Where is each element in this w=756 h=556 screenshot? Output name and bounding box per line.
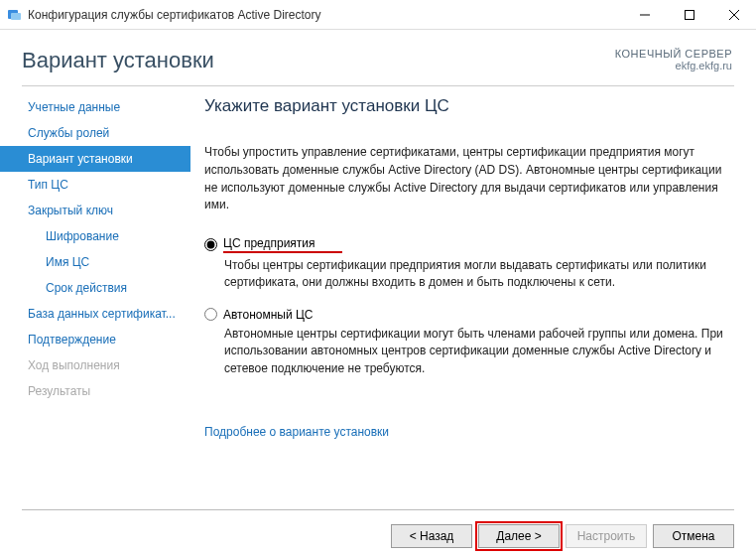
page-header: Вариант установки КОНЕЧНЫЙ СЕРВЕР ekfg.e… (0, 30, 756, 83)
sidebar-item-setup-type[interactable]: Вариант установки (0, 146, 190, 172)
header-right: КОНЕЧНЫЙ СЕРВЕР ekfg.ekfg.ru (615, 48, 732, 73)
sidebar-item-ca-type[interactable]: Тип ЦС (0, 172, 190, 198)
minimize-button[interactable] (622, 0, 667, 30)
sidebar-item-cryptography[interactable]: Шифрование (0, 223, 190, 249)
more-info-row: Подробнее о варианте установки (204, 425, 728, 439)
sidebar-item-credentials[interactable]: Учетные данные (0, 94, 190, 120)
sidebar-item-validity[interactable]: Срок действия (0, 275, 190, 301)
content-title: Укажите вариант установки ЦС (204, 96, 728, 116)
sidebar-item-role-services[interactable]: Службы ролей (0, 120, 190, 146)
svg-rect-1 (11, 13, 21, 20)
sidebar-item-ca-name[interactable]: Имя ЦС (0, 249, 190, 275)
wizard-sidebar: Учетные данные Службы ролей Вариант уста… (0, 86, 190, 503)
close-button[interactable] (711, 0, 756, 30)
svg-rect-3 (685, 10, 693, 19)
content-description: Чтобы упростить управление сертификатами… (204, 144, 728, 214)
option-enterprise-ca: ЦС предприятия Чтобы центры сертификации… (204, 236, 728, 292)
header-role: КОНЕЧНЫЙ СЕРВЕР (615, 48, 732, 60)
sidebar-item-progress: Ход выполнения (0, 352, 190, 378)
option-standalone-ca: Автономный ЦС Автономные центры сертифик… (204, 308, 728, 377)
titlebar-title: Конфигурация службы сертификатов Active … (28, 8, 321, 22)
next-button[interactable]: Далее > (478, 524, 560, 548)
option-enterprise-ca-radio[interactable]: ЦС предприятия (204, 236, 728, 253)
main-area: Учетные данные Службы ролей Вариант уста… (0, 86, 756, 503)
radio-standalone[interactable] (204, 308, 217, 321)
sidebar-item-cert-database[interactable]: База данных сертификат... (0, 301, 190, 327)
sidebar-item-results: Результаты (0, 378, 190, 404)
back-button[interactable]: < Назад (391, 524, 472, 548)
option-enterprise-ca-sub: Чтобы центры сертификации предприятия мо… (224, 257, 728, 292)
more-info-link[interactable]: Подробнее о варианте установки (204, 425, 389, 439)
app-icon (6, 7, 22, 23)
maximize-button[interactable] (667, 0, 711, 30)
option-standalone-ca-label: Автономный ЦС (223, 308, 314, 322)
page-title: Вариант установки (22, 48, 214, 73)
cancel-button[interactable]: Отмена (653, 524, 734, 548)
footer-buttons: < Назад Далее > Настроить Отмена (0, 510, 756, 556)
option-standalone-ca-sub: Автономные центры сертификации могут быт… (224, 326, 728, 377)
header-server: ekfg.ekfg.ru (615, 60, 732, 71)
sidebar-item-confirmation[interactable]: Подтверждение (0, 327, 190, 352)
configure-button: Настроить (566, 524, 647, 548)
titlebar: Конфигурация службы сертификатов Active … (0, 0, 756, 30)
content-area: Укажите вариант установки ЦС Чтобы упрос… (190, 86, 756, 503)
titlebar-left: Конфигурация службы сертификатов Active … (6, 7, 321, 23)
radio-enterprise[interactable] (204, 238, 217, 251)
window-controls (622, 0, 756, 30)
option-enterprise-ca-label: ЦС предприятия (223, 236, 342, 253)
sidebar-item-private-key[interactable]: Закрытый ключ (0, 198, 190, 223)
option-standalone-ca-radio[interactable]: Автономный ЦС (204, 308, 728, 322)
